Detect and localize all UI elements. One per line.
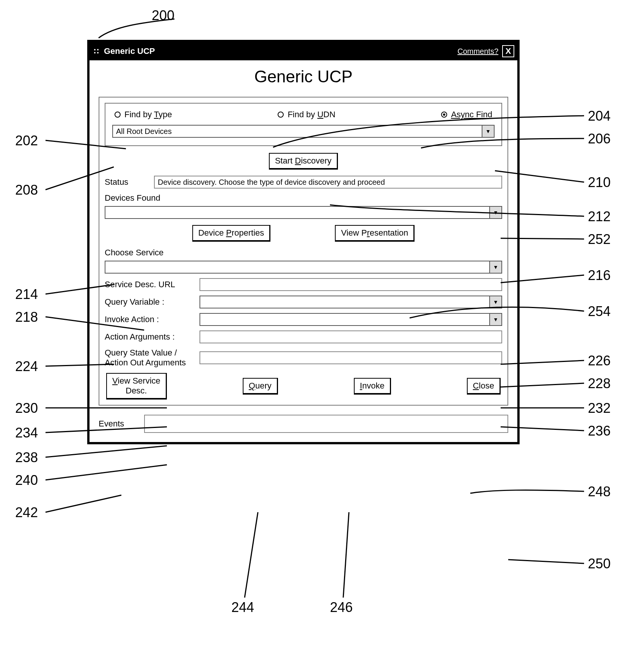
invoke-action-combo[interactable]: ▼: [199, 313, 502, 326]
root-devices-combo[interactable]: All Root Devices ▼: [112, 125, 495, 138]
callout-226: 226: [588, 353, 611, 369]
chevron-down-icon[interactable]: ▼: [482, 126, 494, 137]
titlebar: Generic UCP Comments? X: [90, 42, 517, 60]
svg-line-23: [343, 512, 349, 598]
invoke-button[interactable]: Invoke: [354, 378, 391, 395]
comments-link[interactable]: Comments?: [457, 47, 498, 56]
choose-service-label: Choose Service: [105, 248, 502, 258]
find-panel: Find by Type Find by UDN Async Find All …: [105, 103, 502, 146]
callout-206: 206: [588, 131, 611, 147]
callout-216: 216: [588, 267, 611, 283]
page-heading: Generic UCP: [90, 60, 517, 93]
svg-point-0: [94, 49, 96, 50]
window-title: Generic UCP: [104, 46, 155, 56]
devices-found-combo[interactable]: ▼: [105, 206, 502, 219]
chevron-down-icon[interactable]: ▼: [490, 261, 501, 273]
svg-point-1: [97, 49, 99, 50]
close-button[interactable]: Close: [467, 378, 501, 395]
callout-200: 200: [152, 8, 174, 24]
status-label: Status: [105, 177, 154, 187]
combo-value: [200, 314, 490, 325]
svg-line-12: [46, 465, 167, 480]
callout-236: 236: [588, 423, 611, 439]
callout-202: 202: [15, 133, 38, 149]
callout-212: 212: [588, 209, 611, 225]
callout-214: 214: [15, 286, 38, 302]
radio-find-by-type[interactable]: Find by Type: [115, 110, 172, 120]
callout-242: 242: [15, 505, 38, 521]
main-panel: Find by Type Find by UDN Async Find All …: [99, 97, 508, 406]
svg-point-3: [97, 52, 99, 53]
callout-234: 234: [15, 425, 38, 441]
callout-244: 244: [231, 599, 254, 615]
view-service-desc-button[interactable]: View Service Desc.: [106, 373, 167, 400]
combo-value: [105, 207, 490, 218]
query-variable-label: Query Variable :: [105, 297, 199, 307]
callout-210: 210: [588, 175, 611, 190]
radio-icon: [441, 112, 447, 118]
combo-value: [105, 261, 490, 273]
service-desc-url-field[interactable]: [199, 278, 502, 291]
callout-224: 224: [15, 359, 38, 374]
svg-line-22: [245, 512, 258, 598]
combo-value: All Root Devices: [113, 126, 482, 137]
callout-254: 254: [588, 304, 611, 319]
callout-248: 248: [588, 484, 611, 500]
callout-232: 232: [588, 400, 611, 416]
view-presentation-button[interactable]: View Presentation: [335, 225, 415, 242]
chevron-down-icon[interactable]: ▼: [490, 296, 501, 308]
chevron-down-icon[interactable]: ▼: [490, 314, 501, 325]
callout-246: 246: [330, 599, 353, 615]
callout-238: 238: [15, 450, 38, 466]
svg-line-13: [46, 495, 121, 512]
query-state-field[interactable]: [199, 351, 502, 364]
callout-218: 218: [15, 309, 38, 325]
query-state-label: Query State Value / Action Out Arguments: [105, 348, 199, 368]
query-variable-combo[interactable]: ▼: [199, 296, 502, 308]
events-field: [144, 415, 508, 433]
callout-250: 250: [588, 556, 611, 572]
find-mode-radios: Find by Type Find by UDN Async Find: [112, 110, 495, 120]
svg-line-11: [46, 446, 167, 457]
svg-point-2: [94, 52, 96, 53]
invoke-action-label: Invoke Action :: [105, 315, 199, 324]
svg-line-21: [508, 560, 584, 563]
events-label: Events: [99, 419, 144, 429]
radio-find-by-udn[interactable]: Find by UDN: [278, 110, 335, 120]
status-field: Device discovery. Choose the type of dev…: [154, 176, 502, 189]
choose-service-combo[interactable]: ▼: [105, 261, 502, 274]
callout-208: 208: [15, 182, 38, 198]
app-icon: [93, 47, 100, 55]
callout-204: 204: [588, 108, 611, 124]
devices-found-label: Devices Found: [105, 193, 502, 203]
callout-252: 252: [588, 231, 611, 247]
service-desc-url-label: Service Desc. URL: [105, 280, 199, 289]
radio-icon: [278, 112, 284, 118]
app-window: Generic UCP Comments? X Generic UCP Find…: [87, 40, 520, 444]
action-arguments-label: Action Arguments :: [105, 332, 199, 342]
chevron-down-icon[interactable]: ▼: [490, 207, 501, 218]
device-properties-button[interactable]: Device Properties: [192, 225, 271, 242]
query-button[interactable]: Query: [243, 378, 278, 395]
callout-230: 230: [15, 400, 38, 416]
callout-240: 240: [15, 472, 38, 488]
combo-value: [200, 296, 490, 308]
start-discovery-button[interactable]: Start Discovery: [269, 153, 338, 170]
callout-228: 228: [588, 376, 611, 392]
action-arguments-field[interactable]: [199, 330, 502, 343]
radio-icon: [115, 112, 121, 118]
radio-async-find[interactable]: Async Find: [441, 110, 492, 120]
close-icon[interactable]: X: [502, 45, 514, 57]
